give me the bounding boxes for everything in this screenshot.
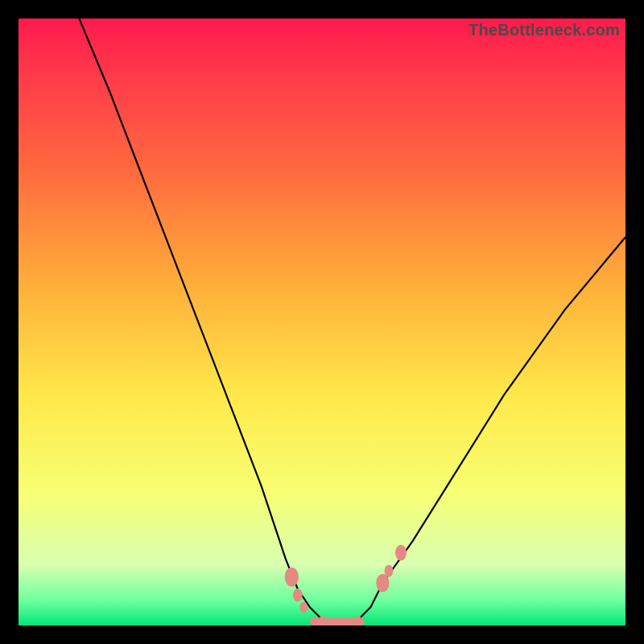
curve-marker [320,616,324,623]
curve-marker [385,565,394,577]
marker-group [285,545,407,625]
plot-area [19,19,625,625]
curve-marker [293,588,303,602]
curve-marker [395,545,407,561]
chart-frame: TheBottleneck.com [0,0,644,644]
curve-marker [285,568,299,587]
curve-marker [376,574,389,592]
chart-svg [19,19,625,625]
bottleneck-curve [79,19,625,622]
curve-marker [356,616,361,623]
attribution-text: TheBottleneck.com [469,21,620,39]
curve-marker [300,602,308,613]
